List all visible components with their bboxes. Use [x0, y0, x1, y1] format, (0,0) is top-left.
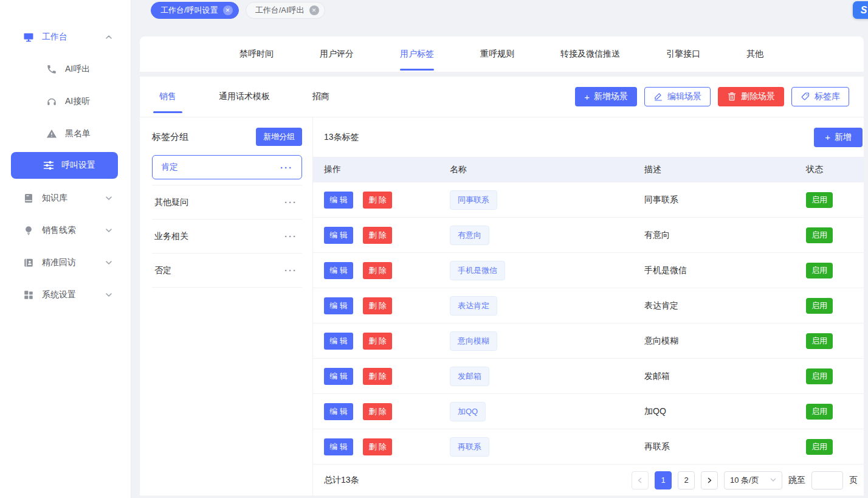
sidebar-item-label: 精准回访 [42, 257, 76, 268]
status-badge[interactable]: 启用 [806, 333, 833, 349]
scene-tab[interactable]: 通用话术模板 [219, 77, 270, 117]
plus-icon: + [584, 92, 590, 102]
tag-name-chip[interactable]: 发邮箱 [450, 367, 489, 386]
tag-name-chip[interactable]: 意向模糊 [450, 331, 497, 351]
table-footer: 总计13条 1 2 10 条/页 [313, 465, 864, 496]
status-badge[interactable]: 启用 [806, 298, 833, 314]
sidebar-item-blacklist[interactable]: 黑名单 [0, 117, 131, 150]
tag-count-label: 13条标签 [324, 132, 359, 143]
edit-button[interactable]: 编 辑 [324, 227, 353, 244]
sidebar-item-precise-callback[interactable]: 精准回访 [0, 246, 131, 278]
breadcrumb-chip[interactable]: 工作台/AI呼出 ✕ [246, 2, 325, 19]
tag-group-item[interactable]: 其他疑问 ··· [152, 185, 302, 219]
col-description: 描述 [644, 164, 806, 175]
add-group-button[interactable]: 新增分组 [256, 128, 302, 146]
status-badge[interactable]: 启用 [806, 404, 833, 420]
table-count-bar: 13条标签 + 新增 [313, 117, 864, 157]
sidebar-item-sales-leads[interactable]: 销售线索 [0, 214, 131, 246]
pencil-icon [653, 92, 663, 102]
more-icon[interactable]: ··· [280, 162, 293, 173]
delete-scene-button[interactable]: 删除场景 [718, 87, 784, 106]
settings-tab-label: 重呼规则 [480, 49, 514, 60]
sidebar-item-knowledge-base[interactable]: 知识库 [0, 182, 131, 214]
sidebar-item-call-settings[interactable]: 呼叫设置 [11, 152, 118, 179]
floating-widget-button[interactable]: S [853, 1, 868, 19]
edit-button[interactable]: 编 辑 [324, 368, 353, 385]
add-tag-button[interactable]: + 新增 [814, 128, 863, 147]
sidebar-item-ai-outbound[interactable]: AI呼出 [0, 53, 131, 85]
edit-button[interactable]: 编 辑 [324, 297, 353, 314]
delete-button[interactable]: 删 除 [363, 333, 392, 350]
delete-button[interactable]: 删 除 [363, 297, 392, 314]
sidebar-item-system-settings[interactable]: 系统设置 [0, 278, 131, 311]
delete-button[interactable]: 删 除 [363, 368, 392, 385]
add-scene-label: 新增场景 [594, 91, 628, 102]
next-page-button[interactable] [701, 471, 718, 489]
status-badge[interactable]: 启用 [806, 263, 833, 278]
settings-tab[interactable]: 禁呼时间 [239, 36, 274, 72]
delete-button[interactable]: 删 除 [363, 403, 392, 420]
tag-name-chip[interactable]: 手机是微信 [450, 261, 505, 280]
breadcrumb-chip[interactable]: 工作台/呼叫设置 ✕ [151, 2, 239, 19]
settings-tab[interactable]: 转接及微信推送 [560, 36, 620, 72]
chevron-down-icon [105, 196, 112, 201]
sidebar-item-workbench[interactable]: 工作台 [0, 21, 131, 53]
settings-tab[interactable]: 重呼规则 [480, 36, 514, 72]
edit-button[interactable]: 编 辑 [324, 192, 353, 209]
scene-toolbar: 销售 通用话术模板 招商 + 新增场景 [140, 77, 864, 117]
settings-tab[interactable]: 用户标签 [400, 36, 434, 72]
edit-scene-button[interactable]: 编辑场景 [644, 87, 711, 106]
table-row: 编 辑 删 除 同事联系 同事联系 启用 [313, 182, 864, 218]
close-icon[interactable]: ✕ [223, 5, 233, 15]
tag-group-item[interactable]: 业务相关 ··· [152, 220, 302, 253]
chevron-down-icon [105, 228, 112, 233]
delete-scene-label: 删除场景 [741, 91, 775, 102]
table-row: 编 辑 删 除 加QQ 加QQ 启用 [313, 394, 864, 429]
close-icon[interactable]: ✕ [309, 5, 319, 15]
sliders-icon [43, 159, 55, 171]
status-badge[interactable]: 启用 [806, 368, 833, 384]
tag-group-item[interactable]: 肯定 ··· [152, 155, 302, 179]
tag-description: 发邮箱 [644, 371, 806, 382]
tag-name-chip[interactable]: 表达肯定 [450, 296, 497, 316]
chevron-down-icon [105, 292, 112, 297]
scene-tab[interactable]: 招商 [312, 77, 329, 117]
tag-name-chip[interactable]: 再联系 [450, 437, 489, 457]
page-button-2[interactable]: 2 [678, 471, 695, 489]
tag-library-button[interactable]: 标签库 [791, 87, 849, 106]
jump-page-input[interactable] [811, 471, 843, 489]
scene-tab[interactable]: 销售 [159, 77, 176, 117]
tag-name-chip[interactable]: 同事联系 [450, 190, 497, 210]
sidebar-item-label: 工作台 [42, 32, 67, 43]
tag-group-item[interactable]: 否定 ··· [152, 254, 302, 287]
lightbulb-icon [23, 225, 34, 236]
status-badge[interactable]: 启用 [806, 192, 833, 208]
more-icon[interactable]: ··· [284, 265, 297, 275]
page-size-select[interactable]: 10 条/页 [724, 471, 782, 489]
more-icon[interactable]: ··· [284, 231, 297, 241]
edit-button[interactable]: 编 辑 [324, 403, 353, 420]
add-scene-button[interactable]: + 新增场景 [575, 87, 637, 106]
tag-name-chip[interactable]: 有意向 [450, 226, 489, 245]
table-row: 编 辑 删 除 有意向 有意向 启用 [313, 218, 864, 253]
more-icon[interactable]: ··· [284, 197, 297, 207]
table-row: 编 辑 删 除 再联系 再联系 启用 [313, 429, 864, 465]
status-badge[interactable]: 启用 [806, 439, 833, 455]
edit-button[interactable]: 编 辑 [324, 333, 353, 350]
settings-tab[interactable]: 用户评分 [320, 36, 354, 72]
status-badge[interactable]: 启用 [806, 227, 833, 243]
delete-button[interactable]: 删 除 [363, 438, 392, 455]
page-button-1[interactable]: 1 [655, 471, 672, 489]
settings-tab[interactable]: 其他 [746, 36, 763, 72]
delete-button[interactable]: 删 除 [363, 227, 392, 244]
page-size-value: 10 条/页 [730, 475, 759, 486]
tag-name-chip[interactable]: 加QQ [450, 402, 486, 421]
edit-button[interactable]: 编 辑 [324, 438, 353, 455]
sidebar-item-ai-answer[interactable]: AI接听 [0, 85, 131, 117]
prev-page-button[interactable] [632, 471, 649, 489]
settings-tab[interactable]: 引擎接口 [666, 36, 700, 72]
edit-button[interactable]: 编 辑 [324, 262, 353, 279]
delete-button[interactable]: 删 除 [363, 192, 392, 209]
content-card: 销售 通用话术模板 招商 + 新增场景 [140, 77, 864, 496]
delete-button[interactable]: 删 除 [363, 262, 392, 279]
